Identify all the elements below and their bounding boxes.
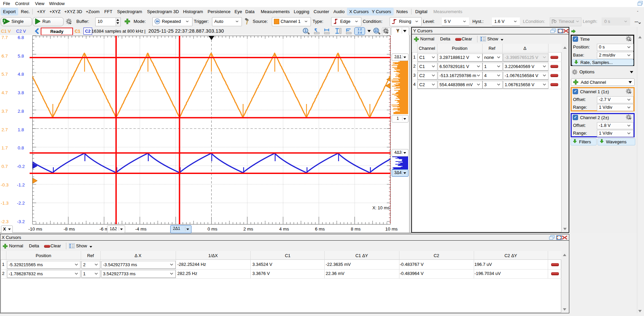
svg-text:1.7: 1.7 [2,145,8,150]
svg-text:1: 1 [3,19,5,23]
svg-text:6.8: 6.8 [18,35,24,40]
svg-text:-0.2: -0.2 [17,164,25,169]
svg-text:8 ms: 8 ms [351,226,361,232]
svg-text:6 ms: 6 ms [315,226,325,232]
svg-text:3.8: 3.8 [18,90,24,95]
svg-text:-10 ms: -10 ms [28,226,42,232]
svg-text:5.8: 5.8 [18,54,24,59]
svg-text:0 ms: 0 ms [208,226,218,232]
svg-text:4.8: 4.8 [18,72,24,77]
svg-text:5.7: 5.7 [2,72,8,77]
svg-text:6.7: 6.7 [2,54,8,59]
svg-text:-1.2: -1.2 [17,182,25,187]
svg-text:-3.2: -3.2 [17,219,25,224]
svg-text:-0.3: -0.3 [1,182,8,187]
svg-text:0.8: 0.8 [18,145,24,150]
svg-text:4.7: 4.7 [2,90,8,95]
svg-text:7.7: 7.7 [2,35,8,40]
svg-text:X: 10 ms: X: 10 ms [372,205,390,210]
svg-text:-1.3: -1.3 [1,201,8,206]
svg-text:2 ms: 2 ms [243,226,253,232]
svg-text:4 ms: 4 ms [279,226,289,232]
svg-text:-2.3: -2.3 [1,219,8,224]
svg-text:-8 ms: -8 ms [64,226,75,232]
svg-text:1: 1 [305,29,307,33]
svg-text:1.8: 1.8 [18,127,24,132]
svg-text:2.7: 2.7 [2,127,8,132]
svg-text:10 ms: 10 ms [385,226,398,232]
svg-text:3.7: 3.7 [2,109,8,114]
svg-text:0.7: 0.7 [2,164,8,169]
svg-text:2.8: 2.8 [18,109,24,114]
svg-text:-2.2: -2.2 [17,201,25,206]
svg-text:-4 ms: -4 ms [135,226,147,232]
